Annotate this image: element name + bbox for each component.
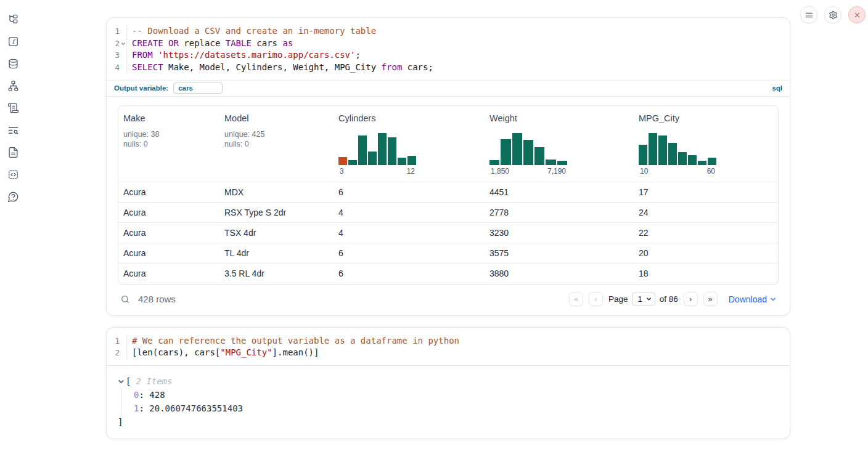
hamburger-menu-icon[interactable] <box>800 6 817 23</box>
gutter-row: 3 <box>107 49 126 62</box>
column-header-mpg_city[interactable]: MPG_City1060 <box>634 106 778 182</box>
table-cell: Acura <box>118 187 219 197</box>
python-editor[interactable]: 12 # We can reference the output variabl… <box>107 328 790 366</box>
datasources-icon[interactable] <box>6 57 20 70</box>
column-header-cylinders[interactable]: Cylinders312 <box>334 106 485 182</box>
sql-editor[interactable]: 1234 -- Download a CSV and create an in-… <box>107 18 790 80</box>
prev-page-icon[interactable]: ‹ <box>589 292 603 306</box>
chevron-down-icon <box>770 296 776 302</box>
gutter-row: 1 <box>107 335 126 347</box>
column-header-make[interactable]: Makeunique: 38nulls: 0 <box>118 106 219 182</box>
code-line: -- Download a CSV and create an in-memor… <box>132 25 790 38</box>
snippets-icon[interactable] <box>6 168 20 180</box>
table-cell: 3.5 RL 4dr <box>219 269 334 278</box>
tree-collapse-chevron-icon[interactable] <box>118 378 125 385</box>
table-cell: 3575 <box>485 248 634 258</box>
table-cell: 4 <box>334 228 485 238</box>
table-cell: 6 <box>334 269 485 278</box>
histogram-bar[interactable] <box>358 136 367 165</box>
code-token: OR <box>168 38 179 48</box>
histogram-bar[interactable] <box>678 152 687 165</box>
histogram-bar[interactable] <box>534 147 544 165</box>
histogram-bar[interactable] <box>698 161 706 165</box>
tree-children: 0: 4281: 20.060747663551403 <box>121 388 779 415</box>
dependency-graph-icon[interactable] <box>6 79 20 92</box>
histogram-bar[interactable] <box>407 156 416 165</box>
histogram-bar[interactable] <box>557 161 567 165</box>
histogram-bar[interactable] <box>688 155 697 165</box>
histogram-bar[interactable] <box>649 133 657 165</box>
tree-entry-colon: : <box>139 403 149 413</box>
tree-entry-colon: : <box>139 390 149 400</box>
histogram-bar[interactable] <box>639 145 647 165</box>
table-cell: 22 <box>634 228 778 238</box>
download-label: Download <box>729 294 767 304</box>
code-token: replace <box>179 38 226 48</box>
histogram-bar[interactable] <box>546 160 555 165</box>
axis-min-label: 10 <box>640 167 648 176</box>
line-number: 2 <box>107 38 120 50</box>
histogram-bar[interactable] <box>489 160 499 165</box>
table-cell: Acura <box>118 208 219 217</box>
output-variable-bar: Output variable: sql <box>107 80 790 97</box>
file-explorer-icon[interactable] <box>6 13 20 25</box>
line-number: 1 <box>107 335 120 347</box>
python-editor-gutter: 12 <box>107 335 127 359</box>
histogram-bars <box>489 133 567 165</box>
next-page-icon[interactable]: › <box>684 292 698 306</box>
settings-gear-icon[interactable] <box>824 6 841 23</box>
tree-open-bracket: [ <box>126 374 131 388</box>
table-cell: 20 <box>634 248 778 258</box>
histogram-bar[interactable] <box>523 140 533 165</box>
output-variable-input[interactable] <box>173 83 223 94</box>
code-token: ].mean()] <box>272 347 319 357</box>
histogram-bar[interactable] <box>348 160 357 165</box>
code-token: Make, Model, Cylinders, Weight, MPG_City <box>163 62 382 72</box>
axis-min-label: 3 <box>340 167 344 176</box>
axis-max-label: 7,190 <box>547 167 566 176</box>
code-token: [len(cars), cars[ <box>132 347 220 357</box>
tree-head: [ 2 Items <box>118 374 779 388</box>
page-select[interactable]: 1 <box>632 293 655 305</box>
last-page-icon[interactable]: » <box>703 292 718 306</box>
axis-min-label: 1,850 <box>491 167 509 176</box>
histogram-bar[interactable] <box>512 133 522 165</box>
tree-entry: 0: 428 <box>134 388 779 402</box>
table-cell: Acura <box>118 228 219 238</box>
python-code-editor[interactable]: # We can reference the output variable a… <box>127 335 790 359</box>
fold-chevron-icon[interactable] <box>120 41 126 46</box>
topbar-actions <box>800 6 866 23</box>
code-token: from <box>382 62 403 72</box>
histogram-bar[interactable] <box>658 136 667 165</box>
sql-code-editor[interactable]: -- Download a CSV and create an in-memor… <box>127 25 790 74</box>
histogram-bar[interactable] <box>388 137 396 165</box>
table-cell: 4 <box>334 208 485 217</box>
help-chat-icon[interactable] <box>6 190 20 203</box>
table-cell: TL 4dr <box>219 248 334 258</box>
histogram-bar[interactable] <box>501 139 510 165</box>
code-token: SELECT <box>132 62 163 72</box>
variables-icon[interactable]: f <box>6 35 20 47</box>
column-header-model[interactable]: Modelunique: 425nulls: 0 <box>219 106 334 182</box>
axis-max-label: 12 <box>407 167 415 176</box>
download-button[interactable]: Download <box>729 294 776 304</box>
histogram-bar[interactable] <box>708 158 716 165</box>
scratchpad-icon[interactable] <box>6 102 20 114</box>
chevron-down-icon <box>646 296 652 302</box>
documentation-icon[interactable] <box>6 146 20 158</box>
first-page-icon[interactable]: « <box>569 292 583 306</box>
tree-entry: 1: 20.060747663551403 <box>134 402 779 415</box>
histogram-bar[interactable] <box>338 157 347 165</box>
histogram-bar[interactable] <box>378 133 387 165</box>
histogram-bar[interactable] <box>368 152 377 165</box>
table-of-contents-search-icon[interactable] <box>6 124 20 136</box>
notebook-main: 1234 -- Download a CSV and create an in-… <box>106 17 790 439</box>
column-header-weight[interactable]: Weight1,8507,190 <box>485 106 634 182</box>
table-cell: 6 <box>334 187 485 197</box>
table-row: AcuraMDX6445117 <box>118 182 778 203</box>
search-icon[interactable] <box>120 294 130 304</box>
shutdown-close-icon[interactable] <box>848 6 866 23</box>
histogram-bar[interactable] <box>398 158 406 165</box>
histogram-bar[interactable] <box>668 143 677 165</box>
axis-max-label: 60 <box>707 167 715 176</box>
